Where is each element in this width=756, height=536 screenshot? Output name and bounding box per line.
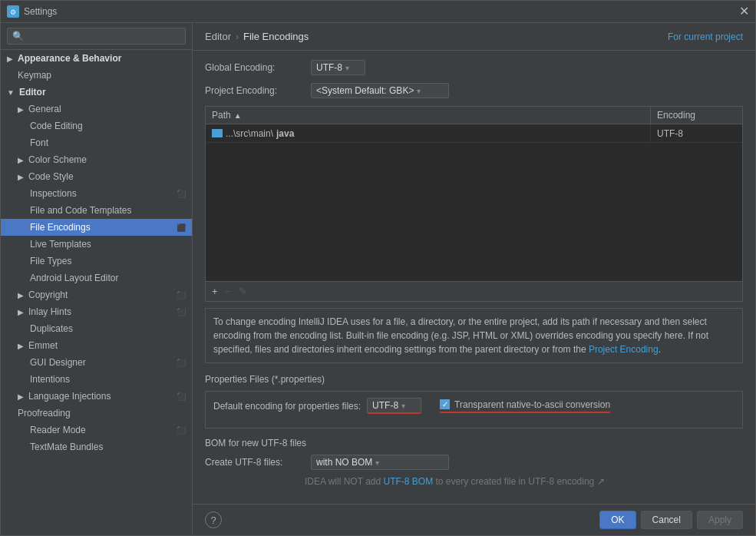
check-icon: ✓ [442, 401, 448, 409]
transparent-checkbox-row: ✓ Transparent native-to-ascii conversion [440, 399, 610, 413]
transparent-checkbox[interactable]: ✓ [440, 399, 450, 409]
expand-arrow: ▶ [18, 105, 24, 114]
sidebar-item-editor[interactable]: ▼ Editor [1, 84, 192, 101]
global-encoding-dropdown[interactable]: UTF-8 ▾ [311, 60, 365, 75]
remove-button[interactable]: − [223, 284, 235, 299]
sidebar-item-label: GUI Designer [30, 357, 86, 368]
cancel-button[interactable]: Cancel [641, 511, 692, 529]
table-toolbar: + − ✎ [206, 281, 742, 301]
bom-link[interactable]: UTF-8 BOM [383, 476, 433, 487]
sidebar-item-live-templates[interactable]: Live Templates [1, 236, 192, 253]
sidebar-item-duplicates[interactable]: Duplicates [1, 320, 192, 337]
sidebar-item-inlay-hints[interactable]: ▶ Inlay Hints ⬛ [1, 303, 192, 320]
bottom-bar: ? OK Cancel Apply [193, 504, 755, 535]
search-input[interactable] [7, 28, 186, 45]
title-bar: ⚙ Settings ✕ [1, 1, 755, 23]
action-buttons: OK Cancel Apply [599, 511, 743, 529]
chevron-down-icon: ▾ [417, 87, 421, 95]
sidebar-item-file-types[interactable]: File Types [1, 253, 192, 270]
window-title: Settings [24, 6, 57, 17]
add-button[interactable]: + [209, 284, 221, 299]
sidebar-item-emmet[interactable]: ▶ Emmet [1, 337, 192, 354]
properties-section: Default encoding for properties files: U… [205, 391, 743, 428]
help-button[interactable]: ? [205, 511, 222, 528]
default-encoding-dropdown[interactable]: UTF-8 ▾ [367, 398, 421, 414]
sidebar-item-label: Live Templates [30, 239, 186, 250]
sidebar-badge: ⬛ [177, 190, 186, 198]
breadcrumb: Editor › File Encodings For current proj… [193, 23, 755, 51]
sidebar-item-label: File Types [30, 256, 186, 266]
project-encoding-link[interactable]: Project Encoding [589, 344, 659, 355]
sidebar-badge: ⬛ [177, 426, 186, 435]
sidebar-item-label: Emmet [28, 340, 186, 351]
sidebar-item-label: Duplicates [30, 323, 186, 334]
encoding-column-header: Encoding [650, 107, 742, 124]
sidebar-item-file-templates[interactable]: File and Code Templates [1, 202, 192, 219]
sidebar-item-label: Font [30, 137, 186, 148]
project-encoding-dropdown[interactable]: <System Default: GBK> ▾ [311, 83, 449, 98]
sidebar-item-label: TextMate Bundles [30, 442, 186, 452]
chevron-down-icon: ▾ [375, 458, 379, 467]
sidebar-item-code-style[interactable]: ▶ Code Style [1, 168, 192, 185]
edit-button[interactable]: ✎ [236, 284, 250, 299]
bom-section-title: BOM for new UTF-8 files [205, 438, 743, 448]
sidebar-item-label: Reader Mode [30, 425, 86, 435]
project-link[interactable]: For current project [668, 31, 743, 42]
folder-icon [212, 129, 223, 137]
encoding-table: Path ▲ Encoding ...​\src\main\java UTF-8 [205, 106, 743, 302]
create-utf8-row: Create UTF-8 files: with NO BOM ▾ [205, 455, 743, 470]
sidebar-item-file-encodings[interactable]: File Encodings ⬛ [1, 219, 192, 236]
sidebar-item-label: Appearance & Behavior [18, 53, 186, 64]
sidebar-item-keymap[interactable]: Keymap [1, 67, 192, 84]
chevron-down-icon: ▾ [401, 402, 405, 410]
breadcrumb-parent: Editor [205, 31, 231, 42]
path-cell: ...​\src\main\java [206, 124, 650, 142]
project-encoding-label: Project Encoding: [205, 85, 305, 96]
sidebar-item-gui-designer[interactable]: GUI Designer ⬛ [1, 354, 192, 371]
sidebar-item-android-layout[interactable]: Android Layout Editor [1, 270, 192, 286]
sidebar-badge: ⬛ [177, 359, 186, 367]
sidebar-item-label: File and Code Templates [30, 205, 186, 216]
sidebar-item-intentions[interactable]: Intentions [1, 371, 192, 388]
sidebar-item-label: Intentions [30, 374, 186, 385]
sidebar-item-copyright[interactable]: ▶ Copyright ⬛ [1, 286, 192, 303]
info-box: To change encoding IntelliJ IDEA uses fo… [205, 308, 743, 363]
ok-button[interactable]: OK [599, 511, 636, 529]
create-utf8-label: Create UTF-8 files: [205, 457, 305, 468]
svg-text:⚙: ⚙ [10, 8, 16, 16]
global-encoding-value: UTF-8 [316, 62, 342, 73]
project-encoding-value: <System Default: GBK> [316, 85, 414, 96]
sidebar-item-reader-mode[interactable]: Reader Mode ⬛ [1, 422, 192, 438]
sidebar-item-label: Inspections [30, 188, 77, 199]
sidebar-item-code-editing[interactable]: Code Editing [1, 117, 192, 134]
main-content: ▶ Appearance & Behavior Keymap ▼ Editor … [1, 23, 755, 535]
sidebar-item-color-scheme[interactable]: ▶ Color Scheme [1, 151, 192, 168]
sidebar-item-label: Language Injections [28, 391, 111, 402]
table-row[interactable]: ...​\src\main\java UTF-8 [206, 124, 742, 143]
sidebar-item-label: Copyright [28, 290, 68, 300]
close-button[interactable]: ✕ [739, 5, 749, 18]
sidebar-item-language-injections[interactable]: ▶ Language Injections ⬛ [1, 388, 192, 405]
create-utf8-value: with NO BOM [316, 457, 372, 468]
sidebar-item-appearance[interactable]: ▶ Appearance & Behavior [1, 50, 192, 67]
sidebar-badge: ⬛ [177, 223, 186, 232]
sidebar-item-general[interactable]: ▶ General [1, 101, 192, 117]
breadcrumb-separator: › [236, 31, 239, 42]
sidebar-item-font[interactable]: Font [1, 134, 192, 151]
create-utf8-dropdown[interactable]: with NO BOM ▾ [311, 455, 449, 470]
expand-arrow: ▶ [7, 55, 13, 63]
table-header: Path ▲ Encoding [206, 107, 742, 124]
sidebar-item-label: Code Editing [30, 121, 186, 131]
sidebar-item-inspections[interactable]: Inspections ⬛ [1, 185, 192, 202]
apply-button[interactable]: Apply [697, 511, 743, 529]
expand-arrow: ▶ [18, 173, 24, 181]
sidebar-item-textmate[interactable]: TextMate Bundles [1, 438, 192, 455]
sidebar-item-label: Color Scheme [28, 154, 186, 165]
sidebar-item-label: Proofreading [18, 408, 186, 419]
expand-arrow: ▼ [7, 88, 15, 97]
sidebar-item-label: Editor [19, 87, 186, 98]
transparent-label: Transparent native-to-ascii conversion [454, 399, 610, 410]
expand-arrow: ▶ [18, 342, 24, 350]
content-body: Global Encoding: UTF-8 ▾ Project Encodin… [193, 51, 755, 504]
sidebar-item-proofreading[interactable]: Proofreading [1, 405, 192, 422]
